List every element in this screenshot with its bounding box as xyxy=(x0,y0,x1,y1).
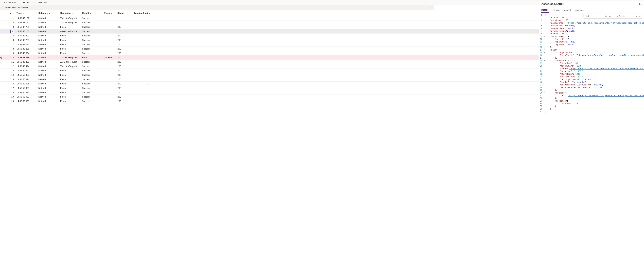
cell-status: 200 xyxy=(116,100,133,102)
cell-time: 14:58:47.167 xyxy=(15,17,37,19)
table-row[interactable]: 1914:58:50.927NetworkFetchSuccess200 xyxy=(0,95,539,99)
clear-label: Clear data xyxy=(6,1,16,4)
cell-time: 14:58:47.771 xyxy=(15,26,37,28)
chevron-down-icon: ⌄ xyxy=(149,12,150,14)
cell-result: Success xyxy=(81,69,103,72)
cell-time: 14:58:48.106 xyxy=(15,30,37,33)
table-row[interactable]: 814:58:48.296NetworkFetchSuccess200 xyxy=(0,47,539,51)
col-category[interactable]: Category⌄ xyxy=(37,12,59,14)
table-row[interactable]: 1814:58:50.926NetworkFetchSuccess200 xyxy=(0,90,539,95)
col-status[interactable]: Status⌄ xyxy=(116,12,133,14)
table-row[interactable]: 1414:58:50.922NetworkFetchSuccess200 xyxy=(0,73,539,77)
session-title: Model-driven app session xyxy=(6,6,28,9)
download-icon: ↧ xyxy=(34,1,36,4)
cell-time: 14:58:47.167 xyxy=(15,21,37,24)
cell-category: Network xyxy=(37,100,59,102)
col-operation[interactable]: Operation⌄ xyxy=(59,12,81,14)
col-duration[interactable]: Duration (ms)⌄ xyxy=(133,12,152,14)
tab-formula[interactable]: Formula xyxy=(552,7,560,12)
cell-status: 200 xyxy=(116,91,133,94)
col-result[interactable]: Result⌄ xyxy=(81,12,103,14)
cell-result: Success xyxy=(81,91,103,94)
cell-category: Network xyxy=(37,26,59,28)
cell-id: 19 xyxy=(3,96,15,98)
cell-operation: Fetch xyxy=(59,52,81,54)
cell-time: 14:58:48.494 xyxy=(15,65,37,67)
cell-result: Error xyxy=(81,56,103,59)
grid-header: Id⌄ Time⌄ Category⌄ Operation⌄ Result⌄ R… xyxy=(0,10,539,16)
tab-response[interactable]: Response xyxy=(574,7,584,12)
cell-id: 20 xyxy=(3,100,15,102)
session-close-button[interactable]: ✕ xyxy=(430,6,432,9)
cell-result: Success xyxy=(81,96,103,98)
cell-status: 404 xyxy=(116,56,133,59)
table-row[interactable]: 1614:58:50.925NetworkFetchSuccess2001, xyxy=(0,82,539,86)
cell-time: 14:58:50.925 xyxy=(15,82,37,85)
cell-id: 17 xyxy=(3,87,15,89)
cell-operation: Fetch xyxy=(59,96,81,98)
clear-data-button[interactable]: ✕ Clear data xyxy=(2,0,18,5)
cell-category: Network xyxy=(37,82,59,85)
cell-category: Network xyxy=(37,69,59,72)
cell-category: Network xyxy=(37,52,59,54)
cell-status: 200 xyxy=(116,43,133,46)
cell-id: 13 xyxy=(3,69,15,72)
cell-result: Success xyxy=(81,74,103,76)
tab-details[interactable]: Details xyxy=(541,7,548,12)
cell-result: Success xyxy=(81,34,103,37)
chevron-down-icon: ⌄ xyxy=(22,12,24,14)
table-row[interactable]: 114:58:47.167NetworkXMLHttpRequestSucces… xyxy=(0,16,539,20)
cell-result: Success xyxy=(81,30,103,33)
grid-body[interactable]: 114:58:47.167NetworkXMLHttpRequestSucces… xyxy=(0,16,539,256)
cell-id: 10 xyxy=(3,56,15,59)
tab-request[interactable]: Request xyxy=(562,7,571,12)
cell-id: 9 xyxy=(3,52,15,54)
cell-result: Success xyxy=(81,17,103,19)
cell-id: 4 xyxy=(3,30,15,33)
table-row[interactable]: 414:58:48.106NetworkAssetLoad.ScriptSucc… xyxy=(0,29,539,34)
cell-category: Network xyxy=(37,61,59,63)
col-time[interactable]: Time⌄ xyxy=(15,12,37,14)
cell-id: 15 xyxy=(3,78,15,81)
table-row[interactable]: 1314:58:50.922NetworkFetchSuccess200 xyxy=(0,68,539,73)
expand-icon[interactable]: ▷ xyxy=(639,3,642,5)
cell-operation: Fetch xyxy=(59,74,81,76)
cell-operation: AssetLoad.Script xyxy=(59,30,81,33)
table-row[interactable]: ✕1014:58:48.378NetworkXMLHttpRequestErro… xyxy=(0,55,539,60)
cell-category: Network xyxy=(37,56,59,59)
cell-id: 11 xyxy=(3,61,15,63)
cell-id: 12 xyxy=(3,65,15,67)
table-row[interactable]: 214:58:47.167NetworkXMLHttpRequestSucces… xyxy=(0,20,539,25)
cell-time: 14:58:48.296 xyxy=(15,47,37,50)
table-row[interactable]: 914:58:48.324NetworkFetchSuccess200 xyxy=(0,51,539,55)
cell-operation: Fetch xyxy=(59,69,81,72)
cell-status: 200 xyxy=(116,26,133,28)
table-row[interactable]: 2014:58:50.928NetworkFetchSuccess200 xyxy=(0,99,539,103)
cell-category: Network xyxy=(37,47,59,50)
chevron-down-icon: ⌄ xyxy=(125,12,126,14)
table-row[interactable]: 1214:58:48.494NetworkXMLHttpRequestSucce… xyxy=(0,64,539,68)
chevron-down-icon: ⌄ xyxy=(49,12,50,14)
json-viewer[interactable]: 1234567891011121314151617181920212223242… xyxy=(539,13,644,256)
events-grid-pane: ⓘ Model-driven app session ✕ Id⌄ Time⌄ C… xyxy=(0,5,539,256)
table-row[interactable]: 1714:58:50.925NetworkFetchSuccess200 xyxy=(0,86,539,90)
table-row[interactable]: 714:58:48.236NetworkFetchSuccess200 xyxy=(0,42,539,47)
table-row[interactable]: 314:58:47.771NetworkFetchSuccess200 xyxy=(0,25,539,29)
table-row[interactable]: 1514:58:50.924NetworkFetchSuccess200 xyxy=(0,77,539,82)
cell-operation: Fetch xyxy=(59,78,81,81)
cell-category: Network xyxy=(37,87,59,89)
cell-result-info: Not Fou... xyxy=(103,56,116,59)
cell-time: 14:58:50.927 xyxy=(15,96,37,98)
col-result-info[interactable]: Res...⌄ xyxy=(103,12,116,14)
cell-id: 14 xyxy=(3,74,15,76)
table-row[interactable]: 514:58:48.233NetworkFetchSuccess200 xyxy=(0,34,539,38)
download-button[interactable]: ↧ Download xyxy=(32,0,48,5)
cell-operation: Fetch xyxy=(59,26,81,28)
col-id[interactable]: Id⌄ xyxy=(3,12,15,14)
cell-result: Success xyxy=(81,47,103,50)
upload-button[interactable]: ↥ Upload xyxy=(18,0,32,5)
table-row[interactable]: 614:58:48.235NetworkFetchSuccess200 xyxy=(0,38,539,42)
cell-time: 14:58:50.926 xyxy=(15,91,37,94)
upload-label: Upload xyxy=(23,1,30,4)
table-row[interactable]: 1114:58:48.453NetworkXMLHttpRequestSucce… xyxy=(0,60,539,64)
